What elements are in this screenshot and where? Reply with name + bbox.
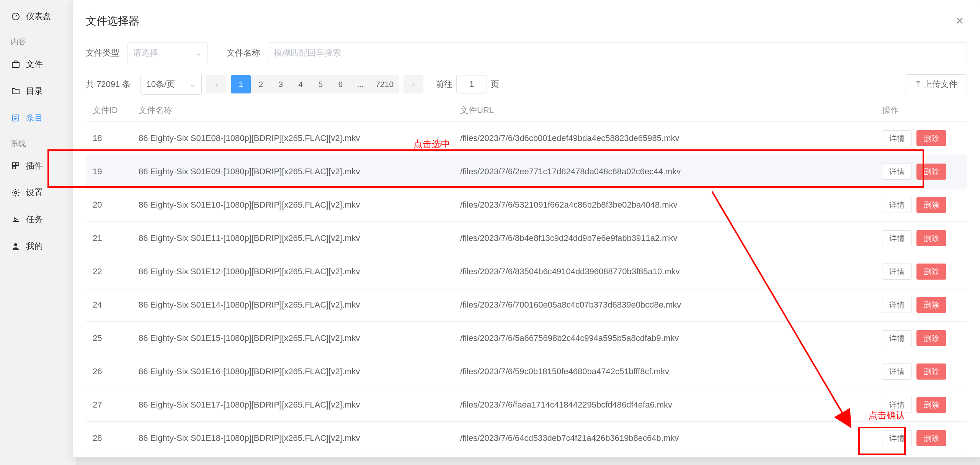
detail-button[interactable]: 详情 — [882, 330, 912, 346]
cell-name: 86 Eighty-Six S01E09-[1080p][BDRIP][x265… — [132, 155, 453, 188]
col-ops: 操作 — [875, 99, 967, 122]
file-picker-modal: 文件选择器 ✕ 文件类型 请选择 ⌄ 文件名称 共 72091 条 10条/页 … — [73, 0, 980, 457]
cell-id: 20 — [86, 188, 132, 222]
cell-id: 22 — [86, 255, 132, 288]
cell-url: /files/2023/7/6/5321091f662a4c86b2b8f3be… — [453, 188, 875, 222]
cell-url: /files/2023/7/6/700160e05a8c4c07b373d683… — [453, 288, 875, 322]
delete-button[interactable]: 删除 — [916, 430, 946, 446]
cell-url: /files/2023/7/6/83504b6c49104dd396088770… — [453, 255, 875, 288]
file-name-label: 文件名称 — [227, 47, 260, 59]
delete-button[interactable]: 删除 — [916, 363, 946, 380]
upload-icon: ⤒ — [915, 79, 921, 89]
delete-button[interactable]: 删除 — [916, 330, 946, 346]
goto-suffix: 页 — [491, 79, 499, 90]
table-row[interactable]: 1986 Eighty-Six S01E09-[1080p][BDRIP][x2… — [86, 155, 967, 188]
cell-name: 86 Eighty-Six S01E11-[1080p][BDRIP][x265… — [132, 222, 453, 255]
file-type-label: 文件类型 — [86, 47, 119, 59]
page-5-button[interactable]: 5 — [310, 75, 330, 93]
delete-button[interactable]: 删除 — [916, 130, 946, 146]
cell-url: /files/2023/7/6/59c0b18150fe4680ba4742c5… — [453, 355, 875, 388]
detail-button[interactable]: 详情 — [882, 363, 912, 380]
cell-id: 21 — [86, 222, 132, 255]
delete-button[interactable]: 删除 — [916, 297, 946, 313]
table-row[interactable]: 2486 Eighty-Six S01E14-[1080p][BDRIP][x2… — [86, 288, 967, 322]
cell-id: 26 — [86, 355, 132, 388]
goto-prefix: 前往 — [436, 79, 452, 90]
col-id: 文件ID — [86, 99, 132, 122]
cell-name: 86 Eighty-Six S01E10-[1080p][BDRIP][x265… — [132, 188, 453, 222]
page-7210-button[interactable]: 7210 — [370, 75, 399, 93]
file-name-search-input[interactable] — [268, 43, 967, 63]
table-row[interactable]: 2186 Eighty-Six S01E11-[1080p][BDRIP][x2… — [86, 222, 967, 255]
cell-url: /files/2023/7/6/64cd533deb7c4f21a426b361… — [453, 422, 875, 455]
close-button[interactable]: ✕ — [952, 13, 967, 29]
chevron-down-icon: ⌄ — [195, 48, 202, 58]
modal-title: 文件选择器 — [86, 14, 139, 28]
page-size-select[interactable]: 10条/页 ⌄ — [140, 74, 202, 95]
upload-label: 上传文件 — [924, 79, 957, 90]
page-1-button[interactable]: 1 — [231, 75, 251, 93]
goto-page-input[interactable] — [456, 75, 487, 93]
cell-url: /files/2023/7/6/3d6cb001edef49bda4ec5882… — [453, 122, 875, 155]
detail-button[interactable]: 详情 — [882, 397, 912, 413]
cell-url: /files/2023/7/6/2ee771c17d62478da048c68a… — [453, 155, 875, 188]
detail-button[interactable]: 详情 — [882, 130, 912, 146]
upload-button[interactable]: ⤒ 上传文件 — [905, 74, 967, 94]
delete-button[interactable]: 删除 — [916, 164, 946, 180]
table-row[interactable]: 1886 Eighty-Six S01E08-[1080p][BDRIP][x2… — [86, 122, 967, 155]
delete-button[interactable]: 删除 — [916, 197, 946, 213]
page-next-button[interactable]: › — [403, 75, 423, 93]
cell-name: 86 Eighty-Six S01E08-[1080p][BDRIP][x265… — [132, 122, 453, 155]
cell-name: 86 Eighty-Six S01E16-[1080p][BDRIP][x265… — [132, 355, 453, 388]
col-name: 文件名称 — [132, 99, 453, 122]
detail-button[interactable]: 详情 — [882, 430, 912, 446]
cell-id: 18 — [86, 122, 132, 155]
table-row[interactable]: 2086 Eighty-Six S01E10-[1080p][BDRIP][x2… — [86, 188, 967, 222]
cell-id: 24 — [86, 288, 132, 322]
cell-url: /files/2023/7/6/faea1714c418442295bcfd48… — [453, 388, 875, 422]
col-url: 文件URL — [453, 99, 875, 122]
table-row[interactable]: 2586 Eighty-Six S01E15-[1080p][BDRIP][x2… — [86, 322, 967, 355]
cell-name: 86 Eighty-Six S01E14-[1080p][BDRIP][x265… — [132, 288, 453, 322]
chevron-down-icon: ⌄ — [189, 79, 196, 89]
cell-url: /files/2023/7/6/5a6675698b2c44c994a595b5… — [453, 322, 875, 355]
chevron-left-icon: ‹ — [215, 80, 218, 88]
detail-button[interactable]: 详情 — [882, 297, 912, 313]
page-6-button[interactable]: 6 — [330, 75, 350, 93]
table-row[interactable]: 2286 Eighty-Six S01E12-[1080p][BDRIP][x2… — [86, 255, 967, 288]
total-count: 共 72091 条 — [86, 79, 131, 90]
cell-id: 25 — [86, 322, 132, 355]
cell-id: 27 — [86, 388, 132, 422]
cell-name: 86 Eighty-Six S01E18-[1080p][BDRIP][x265… — [132, 422, 453, 455]
cell-id: 28 — [86, 422, 132, 455]
chevron-right-icon: › — [412, 80, 415, 88]
file-type-placeholder: 请选择 — [133, 47, 158, 59]
cell-id: 19 — [86, 155, 132, 188]
cell-name: 86 Eighty-Six S01E15-[1080p][BDRIP][x265… — [132, 322, 453, 355]
detail-button[interactable]: 详情 — [882, 230, 912, 246]
cell-name: 86 Eighty-Six S01E17-[1080p][BDRIP][x265… — [132, 388, 453, 422]
detail-button[interactable]: 详情 — [882, 164, 912, 180]
delete-button[interactable]: 删除 — [916, 397, 946, 413]
detail-button[interactable]: 详情 — [882, 197, 912, 213]
page-3-button[interactable]: 3 — [271, 75, 291, 93]
page-2-button[interactable]: 2 — [251, 75, 271, 93]
file-table: 文件ID 文件名称 文件URL 操作 1886 Eighty-Six S01E0… — [86, 99, 967, 455]
cell-url: /files/2023/7/6/8b4e8f13c9d24dd9b7e6e9fa… — [453, 222, 875, 255]
cell-name: 86 Eighty-Six S01E12-[1080p][BDRIP][x265… — [132, 255, 453, 288]
page-prev-button[interactable]: ‹ — [206, 75, 226, 93]
file-type-select[interactable]: 请选择 ⌄ — [127, 43, 207, 63]
table-row[interactable]: 2886 Eighty-Six S01E18-[1080p][BDRIP][x2… — [86, 422, 967, 455]
page-4-button[interactable]: 4 — [291, 75, 310, 93]
delete-button[interactable]: 删除 — [916, 264, 946, 280]
close-icon: ✕ — [955, 15, 964, 27]
delete-button[interactable]: 删除 — [916, 230, 946, 246]
table-row[interactable]: 2786 Eighty-Six S01E17-[1080p][BDRIP][x2… — [86, 388, 967, 422]
page-ellipsis[interactable]: ... — [350, 75, 370, 93]
page-size-value: 10条/页 — [146, 79, 175, 90]
detail-button[interactable]: 详情 — [882, 264, 912, 280]
table-row[interactable]: 2686 Eighty-Six S01E16-[1080p][BDRIP][x2… — [86, 355, 967, 388]
